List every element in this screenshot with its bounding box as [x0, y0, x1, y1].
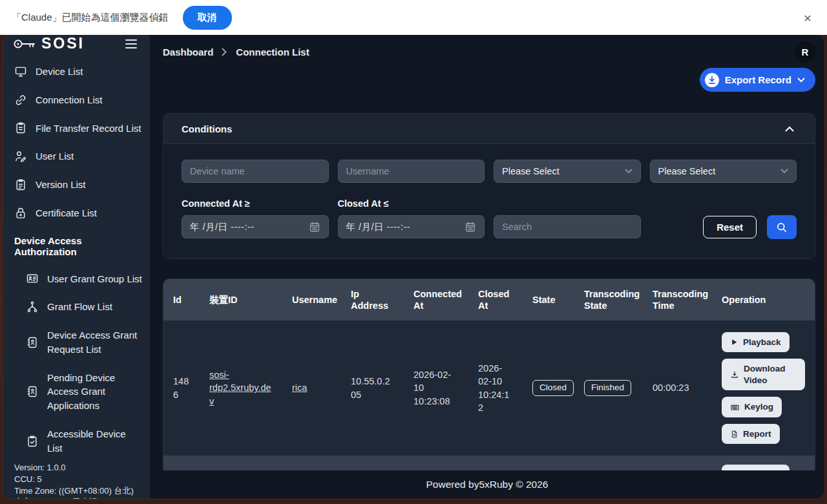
sidebar-item-device-list[interactable]: Device List	[3, 58, 150, 86]
sidebar-item-version-list[interactable]: Version List	[3, 171, 150, 199]
conditions-title: Conditions	[182, 123, 232, 134]
op-label: Download Video	[744, 363, 797, 386]
export-record-label: Export Record	[725, 74, 791, 85]
sidebar-item-label: Pending Device Access Grant Applications	[47, 371, 142, 413]
calendar-icon	[309, 221, 320, 233]
calendar-icon	[465, 221, 476, 233]
sidebar-item-grant-flow-list[interactable]: Grant Flow List	[3, 293, 150, 321]
transcoding-state-select[interactable]: Please Select	[650, 160, 797, 183]
device-id-link[interactable]: sosi-rdp2.5xruby.dev	[209, 370, 271, 406]
main-area: Dashboard Connection List R Export Recor…	[150, 35, 824, 499]
sidebar: SOSI Device List Connection List Fil	[3, 35, 150, 499]
timezone-text: Time Zone: ((GMT+08:00) 台北)	[14, 485, 141, 497]
export-record-button[interactable]: Export Record	[700, 68, 815, 92]
hamburger-menu-icon[interactable]	[123, 37, 140, 51]
username-link[interactable]: rica	[292, 383, 307, 393]
device-name-input[interactable]	[182, 160, 329, 183]
search-input[interactable]	[494, 215, 641, 238]
transcoding-state-badge: Finished	[584, 380, 631, 396]
cancel-debug-button[interactable]: 取消	[183, 6, 232, 30]
language-switcher: 中文 | English | 日本語	[14, 496, 141, 499]
sidebar-item-label: File Transfer Record List	[36, 121, 141, 136]
col-connected-at: Connected At	[404, 279, 468, 320]
select-value: Please Select	[502, 166, 560, 176]
download-icon	[730, 370, 739, 379]
clipboard-list-icon	[14, 121, 27, 134]
state-badge: Closed	[532, 380, 574, 396]
col-username: Username	[282, 279, 341, 320]
col-operation: Operation	[712, 279, 815, 320]
sidebar-item-device-access-grant-request-list[interactable]: Device Access Grant Request List	[3, 321, 150, 364]
document-icon	[730, 430, 738, 439]
sidebar-item-file-transfer-record-list[interactable]: File Transfer Record List	[3, 114, 150, 143]
keylog-button[interactable]: Keylog	[722, 397, 782, 417]
sidebar-item-certificate-list[interactable]: Certificate List	[3, 199, 150, 227]
state-select[interactable]: Please Select	[494, 160, 641, 183]
date-value: 年 /月/日 ----:--	[190, 221, 255, 233]
connection-table-card: Id 裝置ID Username Ip Address Connected At…	[163, 278, 815, 470]
chevron-up-icon[interactable]	[782, 123, 797, 134]
sidebar-item-label: Version List	[36, 178, 86, 192]
chevron-down-icon	[797, 78, 805, 83]
cell-ip-address: 10.55.0.205	[341, 320, 404, 456]
sidebar-item-label: Connection List	[36, 93, 102, 107]
table-header-row: Id 裝置ID Username Ip Address Connected At…	[163, 279, 815, 320]
lang-zh-link[interactable]: 中文	[14, 497, 31, 499]
sidebar-item-user-grant-group-list[interactable]: User Grant Group List	[3, 265, 150, 293]
download-circle-icon	[705, 73, 719, 87]
cell-closed-at: 2026-02-10 10:24:12	[468, 320, 523, 456]
magnifier-icon	[776, 222, 788, 233]
search-button[interactable]	[767, 215, 797, 239]
app-window: SOSI Device List Connection List Fil	[3, 35, 824, 499]
lang-en-link[interactable]: English	[38, 497, 66, 499]
sidebar-item-connection-list[interactable]: Connection List	[3, 86, 150, 114]
monitor-icon	[14, 65, 27, 78]
powered-by-text: Powered by5xRuby © 2026	[426, 479, 549, 490]
logo-text: SOSI	[41, 35, 85, 52]
sidebar-item-label: Certificate List	[36, 206, 97, 220]
closed-at-date-input[interactable]: 年 /月/日 ----:--	[338, 215, 485, 238]
link-icon	[14, 94, 27, 107]
col-state: State	[523, 279, 574, 320]
key-logo-icon	[13, 37, 36, 50]
playback-button[interactable]: Playback	[722, 465, 790, 470]
connected-at-date-input[interactable]: 年 /月/日 ----:--	[182, 215, 329, 238]
sidebar-item-user-list[interactable]: User List	[3, 142, 150, 171]
cell-transcoding-time: 00:00:23	[643, 320, 712, 456]
avatar[interactable]: R	[795, 41, 815, 62]
chevron-right-icon	[222, 48, 227, 56]
lock-icon	[14, 207, 27, 220]
lang-separator: |	[31, 497, 38, 499]
reset-button[interactable]: Reset	[703, 216, 757, 238]
toolbar: Export Record	[163, 68, 815, 92]
col-id: Id	[163, 279, 200, 320]
flow-branch-icon	[26, 300, 39, 313]
cell-state: Closed	[523, 320, 574, 456]
ccu-text: CCU: 5	[14, 474, 141, 485]
col-device-id: 裝置ID	[200, 279, 282, 320]
version-text: Version: 1.0.0	[14, 462, 141, 474]
lang-ja-link[interactable]: 日本語	[72, 497, 98, 499]
cell-transcoding-state: Finished	[574, 320, 643, 456]
sidebar-item-label: User Grant Group List	[47, 272, 142, 286]
report-button[interactable]: Report	[722, 424, 780, 445]
debug-message: 「Claude」已開始為這個瀏覽器偵錯	[12, 12, 169, 24]
breadcrumb-dashboard[interactable]: Dashboard	[163, 47, 213, 58]
select-value: Please Select	[658, 166, 716, 176]
playback-button[interactable]: Playback	[722, 332, 790, 353]
close-icon[interactable]: ×	[800, 8, 815, 27]
connections-table: Id 裝置ID Username Ip Address Connected At…	[163, 279, 815, 456]
download-video-button[interactable]: Download Video	[722, 359, 805, 390]
sidebar-item-accessible-device-list[interactable]: Accessible Device List	[3, 420, 150, 463]
play-icon	[730, 338, 738, 346]
clipboard-icon	[14, 178, 27, 191]
closed-at-label: Closed At ≤	[338, 198, 485, 209]
sidebar-subnav: User Grant Group List Grant Flow List De…	[3, 265, 150, 463]
breadcrumb-connection-list[interactable]: Connection List	[236, 47, 309, 58]
username-input[interactable]	[338, 160, 485, 183]
conditions-header: Conditions	[163, 114, 815, 144]
col-transcoding-state: Transcoding State	[574, 279, 643, 320]
sidebar-item-pending-device-access-grant-applications[interactable]: Pending Device Access Grant Applications	[3, 364, 150, 420]
sidebar-item-label: Accessible Device List	[47, 427, 142, 456]
lang-separator: |	[65, 497, 72, 499]
